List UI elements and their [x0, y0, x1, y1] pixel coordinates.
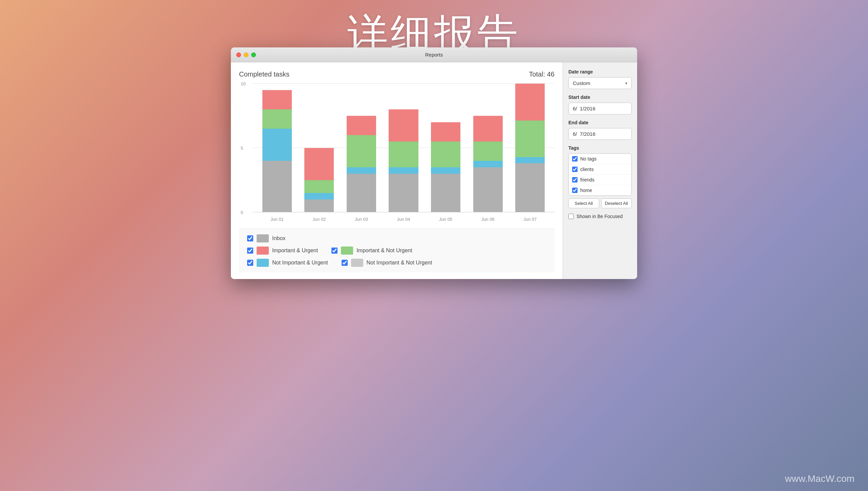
- bar-segment-inbox: [389, 174, 418, 212]
- shown-checkbox[interactable]: [568, 214, 574, 219]
- date-range-value: Custom: [573, 80, 590, 86]
- legend-label-important-urgent: Important & Urgent: [272, 248, 318, 254]
- shown-in-label: Shown in Be Focused: [577, 214, 623, 219]
- bar-label-7: Jun 07: [523, 217, 537, 222]
- legend-swatch-not-important-not-urgent: [351, 259, 363, 267]
- date-range-label: Date range: [568, 69, 632, 74]
- bar-group-2: Jun 02: [298, 84, 341, 212]
- bar-label-3: Jun 03: [355, 217, 368, 222]
- legend-row-3: Not Important & Urgent Not Important & N…: [247, 259, 546, 267]
- bar-segment-importantNotUrgent: [431, 142, 460, 167]
- legend-checkbox-inbox[interactable]: [247, 235, 253, 241]
- end-date-label: End date: [568, 120, 632, 125]
- bar-segment-importantUrgent: [347, 116, 376, 135]
- date-range-dropdown[interactable]: Custom ▾: [568, 77, 632, 89]
- bar-group-1: Jun 01: [256, 84, 298, 212]
- legend-label-important-not-urgent: Important & Not Urgent: [356, 248, 412, 254]
- legend-item-important-not-urgent: Important & Not Urgent: [331, 247, 412, 255]
- legend-swatch-inbox: [257, 234, 269, 242]
- bar-group-7: Jun 07: [509, 84, 551, 212]
- bar-segment-notImportantUrgent: [473, 161, 503, 167]
- bar-segment-inbox: [262, 161, 292, 212]
- bar-label-6: Jun 06: [481, 217, 495, 222]
- tag-checkbox-no-tags[interactable]: [572, 156, 578, 162]
- bar-segment-notImportantUrgent: [347, 167, 376, 174]
- tag-item-no-tags: No tags: [569, 154, 631, 164]
- tag-item-clients: clients: [569, 164, 631, 175]
- bar-segment-inbox: [515, 163, 545, 212]
- close-button[interactable]: [236, 52, 241, 57]
- bar-segment-notImportantUrgent: [304, 193, 334, 199]
- minimize-button[interactable]: [244, 52, 248, 57]
- legend-item-not-important-not-urgent: Not Important & Not Urgent: [342, 259, 432, 267]
- chart-title: Completed tasks: [239, 70, 289, 78]
- bars-container: Jun 01Jun 02Jun 03Jun 04Jun 05Jun 06Jun …: [253, 84, 555, 212]
- bar-segment-inbox: [473, 167, 503, 212]
- bar-segment-importantNotUrgent: [389, 142, 418, 167]
- grid-label-5: 5: [241, 146, 243, 151]
- legend-checkbox-important-not-urgent[interactable]: [331, 248, 338, 254]
- legend-area: Inbox Important & Urgent Important & Not…: [239, 229, 555, 272]
- tag-label-no-tags: No tags: [580, 156, 596, 162]
- titlebar: Reports: [231, 47, 637, 62]
- bar-segment-importantUrgent: [262, 90, 292, 109]
- watermark: www.MacW.com: [785, 473, 854, 484]
- tag-item-home: home: [569, 185, 631, 195]
- main-content: Completed tasks Total: 46 10 5: [231, 62, 563, 279]
- bar-segment-importantUrgent: [515, 84, 545, 121]
- deselect-all-button[interactable]: Deselect All: [601, 198, 632, 208]
- bar-label-4: Jun 04: [397, 217, 410, 222]
- tag-item-friends: friends: [569, 175, 631, 185]
- bar-group-6: Jun 06: [467, 84, 509, 212]
- bar-segment-inbox: [347, 174, 376, 212]
- bar-group-4: Jun 04: [383, 84, 425, 212]
- legend-checkbox-not-important-urgent[interactable]: [247, 260, 253, 266]
- legend-checkbox-important-urgent[interactable]: [247, 248, 253, 254]
- start-date-input[interactable]: [568, 103, 632, 114]
- window-title: Reports: [425, 52, 443, 58]
- bar-segment-inbox: [431, 174, 460, 212]
- tag-checkbox-home[interactable]: [572, 188, 578, 193]
- window-body: Completed tasks Total: 46 10 5: [231, 62, 637, 279]
- grid-label-10: 10: [241, 81, 245, 86]
- bar-segment-importantUrgent: [304, 148, 334, 180]
- tags-buttons: Select All Deselect All: [568, 198, 632, 208]
- legend-swatch-not-important-urgent: [257, 259, 269, 267]
- chart-total: Total: 46: [529, 70, 555, 78]
- bar-segment-importantNotUrgent: [347, 135, 376, 167]
- maximize-button[interactable]: [251, 52, 256, 57]
- legend-item-important-urgent: Important & Urgent: [247, 247, 318, 255]
- tags-list: No tags clients friends home: [568, 153, 632, 196]
- legend-swatch-important-urgent: [257, 247, 269, 255]
- bar-segment-importantUrgent: [473, 116, 503, 142]
- start-date-label: Start date: [568, 94, 632, 100]
- tag-label-clients: clients: [580, 167, 594, 172]
- bar-segment-importantNotUrgent: [515, 121, 545, 157]
- tag-label-home: home: [580, 188, 592, 193]
- bar-segment-notImportantUrgent: [389, 167, 418, 174]
- tag-checkbox-friends[interactable]: [572, 177, 578, 183]
- bar-segment-importantUrgent: [431, 122, 460, 142]
- end-date-input[interactable]: [568, 128, 632, 140]
- legend-swatch-important-not-urgent: [341, 247, 353, 255]
- legend-label-inbox: Inbox: [272, 235, 285, 241]
- legend-checkbox-not-important-not-urgent[interactable]: [342, 260, 348, 266]
- bar-group-3: Jun 03: [340, 84, 383, 212]
- tags-label: Tags: [568, 145, 632, 151]
- bar-segment-importantNotUrgent: [304, 180, 334, 193]
- traffic-lights: [236, 52, 256, 57]
- legend-row-2: Important & Urgent Important & Not Urgen…: [247, 247, 546, 255]
- reports-window: Reports Completed tasks Total: 46 10: [231, 47, 637, 279]
- tag-checkbox-clients[interactable]: [572, 167, 578, 172]
- bar-label-1: Jun 01: [270, 217, 284, 222]
- shown-in-be-focused: Shown in Be Focused: [568, 214, 632, 219]
- legend-row-1: Inbox: [247, 234, 546, 242]
- bar-segment-importantNotUrgent: [262, 109, 292, 129]
- bar-segment-inbox: [304, 199, 334, 212]
- bar-segment-notImportantUrgent: [431, 167, 460, 174]
- select-all-button[interactable]: Select All: [568, 198, 599, 208]
- sidebar: Date range Custom ▾ Start date End date …: [563, 62, 637, 279]
- chevron-down-icon: ▾: [625, 81, 627, 86]
- bar-segment-notImportantUrgent: [262, 129, 292, 161]
- legend-label-not-important-not-urgent: Not Important & Not Urgent: [367, 260, 432, 266]
